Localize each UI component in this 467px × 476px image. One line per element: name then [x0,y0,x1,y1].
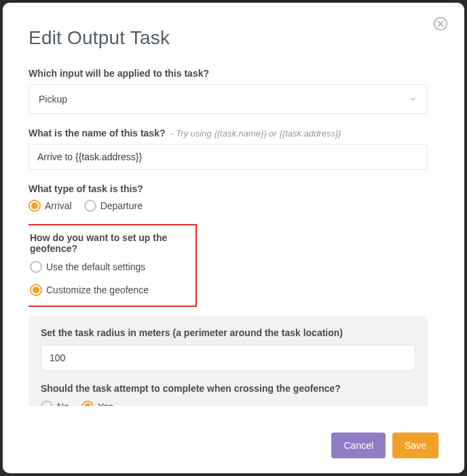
label-task-name: What is the name of this task? - Try usi… [29,128,428,139]
close-icon [433,16,448,31]
radio-indicator [84,200,96,212]
modal-edit-output-task: Edit Output Task Which input will be app… [3,3,464,473]
radio-geofence-customize[interactable]: Customize the geofence [30,284,187,296]
task-name-input[interactable] [29,144,428,170]
radio-indicator [81,401,94,406]
geofence-custom-panel: Set the task radius in meters (a perimet… [29,316,428,406]
radio-indicator [29,200,41,212]
modal-body: Which input will be applied to this task… [29,68,438,406]
save-button[interactable]: Save [392,433,438,458]
modal-title: Edit Output Task [29,27,438,49]
chevron-down-icon [408,94,417,104]
radio-type-arrival[interactable]: Arrival [29,200,72,212]
radius-input[interactable] [41,345,415,371]
label-geofence-setup: How do you want to set up the geofence? [30,232,187,254]
input-select-value: Pickup [39,94,67,105]
radio-indicator [30,261,42,273]
cancel-button[interactable]: Cancel [331,433,386,458]
close-button[interactable] [432,15,449,33]
radio-indicator [41,401,53,406]
radio-geofence-default[interactable]: Use the default settings [30,261,187,273]
label-autocomplete: Should the task attempt to complete when… [41,383,415,394]
label-task-type: What type of task is this? [29,183,428,194]
task-name-hint: - Try using {{task.name}} or {{task.addr… [170,128,341,139]
label-input-applied: Which input will be applied to this task… [29,68,428,79]
radio-type-departure[interactable]: Departure [84,200,143,212]
radio-autocomplete-yes[interactable]: Yes [81,401,113,406]
radio-autocomplete-no[interactable]: No [41,401,69,406]
geofence-setup-highlight: How do you want to set up the geofence? … [29,224,197,307]
label-radius: Set the task radius in meters (a perimet… [41,327,415,338]
modal-footer: Cancel Save [331,433,438,458]
input-select[interactable]: Pickup [29,84,428,114]
radio-indicator [30,284,42,296]
